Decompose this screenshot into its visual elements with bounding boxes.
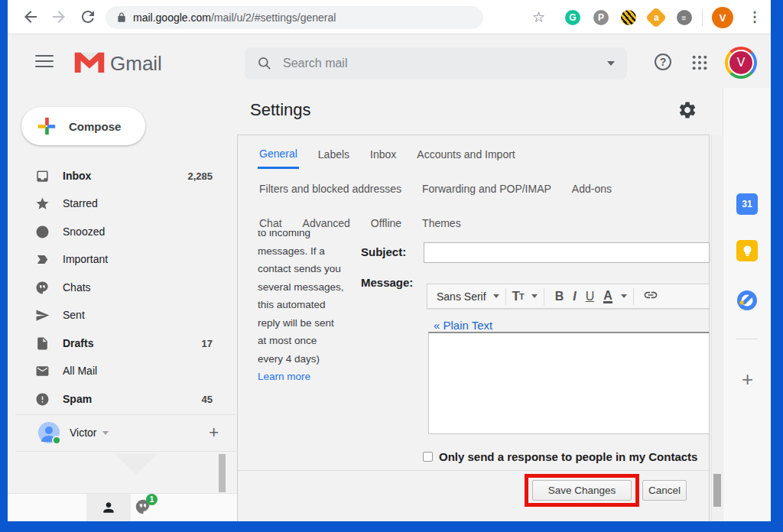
sidebar-item-drafts[interactable]: Drafts 17 xyxy=(15,332,236,355)
back-icon[interactable] xyxy=(21,8,40,26)
tab-filters[interactable]: Filters and blocked addresses xyxy=(258,177,403,202)
message-body-input[interactable] xyxy=(428,332,710,434)
tab-inbox[interactable]: Inbox xyxy=(369,143,398,167)
reload-icon[interactable] xyxy=(79,8,97,26)
chat-profile-row[interactable]: Victor + xyxy=(15,420,236,445)
main-scrollbar[interactable] xyxy=(711,135,722,521)
search-icon[interactable] xyxy=(257,56,272,71)
sidebar-item-chats[interactable]: Chats xyxy=(15,276,236,299)
chat-scrollbar[interactable] xyxy=(219,454,226,492)
settings-tabs-row2: Filters and blocked addresses Forwarding… xyxy=(237,177,710,203)
text-color-button[interactable]: A xyxy=(599,290,627,303)
contacts-only-label: Only send a response to people in my Con… xyxy=(439,450,697,463)
hangouts-tab[interactable]: 1 xyxy=(135,498,153,517)
add-addon-button[interactable]: + xyxy=(723,368,771,391)
spam-icon xyxy=(35,392,50,407)
font-family-dropdown[interactable]: Sans Serif xyxy=(427,290,499,303)
italic-button[interactable]: I xyxy=(573,290,576,303)
apps-grid-icon[interactable] xyxy=(691,54,708,71)
bookmark-star-icon[interactable]: ☆ xyxy=(532,8,545,26)
tab-forwarding[interactable]: Forwarding and POP/IMAP xyxy=(421,177,553,202)
help-icon[interactable]: ? xyxy=(655,54,671,70)
account-avatar[interactable]: V xyxy=(725,47,757,79)
size-caret-icon xyxy=(531,294,538,298)
draft-file-icon xyxy=(35,336,50,351)
tab-themes[interactable]: Themes xyxy=(421,212,463,236)
buttons-divider xyxy=(238,470,709,471)
sidebar-bottom-bar: 1 xyxy=(8,493,237,521)
subject-label: Subject: xyxy=(361,245,406,258)
sidebar-item-all-mail[interactable]: All Mail xyxy=(15,359,236,382)
sidebar-item-sent[interactable]: Sent xyxy=(15,303,236,326)
send-icon xyxy=(35,308,50,323)
lock-icon xyxy=(116,12,127,23)
search-options-icon[interactable] xyxy=(607,61,615,66)
hangouts-badge: 1 xyxy=(146,494,158,505)
gmail-logo-icon[interactable] xyxy=(73,50,106,75)
sidebar-item-spam[interactable]: Spam 45 xyxy=(15,388,236,410)
calendar-icon[interactable]: 31 xyxy=(736,193,758,215)
amazon-extension-icon[interactable]: a xyxy=(645,7,667,28)
honeycomb-extension-icon[interactable] xyxy=(621,10,636,25)
address-bar[interactable]: mail.google.com/mail/u/2/#settings/gener… xyxy=(106,6,483,29)
spotify-extension-icon[interactable]: ≡ xyxy=(677,10,692,25)
drafts-count: 17 xyxy=(202,338,213,349)
sidebar-item-important[interactable]: Important xyxy=(15,248,236,271)
new-chat-button[interactable]: + xyxy=(209,423,219,443)
sidebar-item-starred[interactable]: Starred xyxy=(15,192,236,215)
subject-input[interactable] xyxy=(424,242,710,263)
inbox-count: 2,285 xyxy=(187,170,213,182)
forward-icon[interactable] xyxy=(50,8,68,26)
save-changes-button[interactable]: Save Changes xyxy=(532,480,632,501)
tab-offline[interactable]: Offline xyxy=(369,212,403,236)
sidebar-item-snoozed[interactable]: Snoozed xyxy=(15,220,236,243)
sidebar-item-inbox[interactable]: Inbox 2,285 xyxy=(15,164,236,187)
account-avatar-letter: V xyxy=(728,50,754,76)
compose-plus-icon xyxy=(37,116,57,136)
message-label: Message: xyxy=(361,276,413,289)
main-scrollbar-thumb[interactable] xyxy=(713,474,721,507)
side-panel-rail: 31 + › xyxy=(723,88,771,521)
gmail-logo-text: Gmail xyxy=(110,52,162,76)
plain-text-link[interactable]: « Plain Text xyxy=(434,319,492,332)
bold-button[interactable]: B xyxy=(555,290,564,303)
learn-more-link[interactable]: Learn more xyxy=(258,368,359,386)
contacts-only-checkbox[interactable] xyxy=(423,452,433,462)
pinterest-extension-icon[interactable]: P xyxy=(593,10,609,25)
tab-add-ons[interactable]: Add-ons xyxy=(570,177,613,202)
settings-gear-icon[interactable] xyxy=(677,100,697,120)
compose-label: Compose xyxy=(69,120,121,133)
color-caret-icon xyxy=(621,294,627,298)
contacts-tab[interactable] xyxy=(86,494,131,521)
grammarly-extension-icon[interactable]: G xyxy=(565,10,580,25)
keep-icon[interactable] xyxy=(736,240,758,261)
browser-window: mail.google.com/mail/u/2/#settings/gener… xyxy=(8,0,771,521)
envelope-icon xyxy=(35,364,50,378)
formatting-toolbar: Sans Serif TT B I U A xyxy=(427,284,710,309)
online-status-dot xyxy=(52,436,61,445)
settings-tabs-row1: General Labels Inbox Accounts and Import xyxy=(237,142,710,168)
clock-icon xyxy=(35,225,50,239)
vacation-description: to incoming messages. If a contact sends… xyxy=(258,231,359,390)
search-bar xyxy=(245,47,627,79)
font-size-dropdown[interactable]: TT xyxy=(512,289,538,304)
insert-link-button[interactable] xyxy=(643,287,658,306)
inbox-icon xyxy=(35,169,50,183)
main-menu-icon[interactable] xyxy=(35,55,54,67)
search-input[interactable] xyxy=(283,57,607,70)
contacts-person-icon xyxy=(101,500,116,515)
chrome-profile-avatar[interactable]: V xyxy=(712,7,733,28)
tab-labels[interactable]: Labels xyxy=(317,143,351,167)
profile-name: Victor xyxy=(70,427,97,439)
tab-general[interactable]: General xyxy=(258,142,299,169)
chat-area-divider xyxy=(15,451,236,452)
cancel-button[interactable]: Cancel xyxy=(642,480,687,501)
profile-caret-icon xyxy=(102,431,109,435)
chrome-menu-icon[interactable]: ⋮ xyxy=(748,8,762,25)
compose-button[interactable]: Compose xyxy=(21,107,145,145)
toolbar-divider xyxy=(702,9,703,26)
underline-button[interactable]: U xyxy=(586,290,595,303)
tasks-icon[interactable] xyxy=(736,290,758,311)
tab-accounts-and-import[interactable]: Accounts and Import xyxy=(415,143,516,167)
star-icon xyxy=(35,196,50,211)
